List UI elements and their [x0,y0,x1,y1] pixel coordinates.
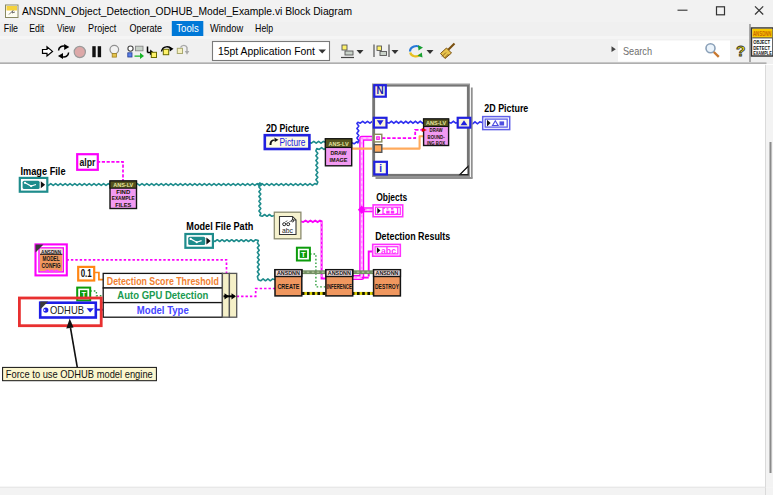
svg-text:MODEL: MODEL [43,255,60,262]
svg-text:0.1: 0.1 [81,268,92,279]
svg-text:DESTROY: DESTROY [375,282,399,291]
svg-text:Model Type: Model Type [137,304,189,316]
svg-text:N: N [376,85,383,96]
svg-text:Model File Path: Model File Path [186,220,253,232]
svg-text:IMAGE: IMAGE [330,156,348,163]
svg-text:ANS-LV: ANS-LV [329,141,349,147]
svg-text:ANS-LV: ANS-LV [113,182,133,188]
svg-text:15pt Application Font: 15pt Application Font [218,45,315,57]
svg-text:Force to use ODHUB model engin: Force to use ODHUB model engine [6,368,153,380]
svg-text:DRAW: DRAW [430,127,444,133]
svg-text:Help: Help [255,22,273,34]
svg-text:Picture: Picture [280,136,306,148]
svg-text:ANSDNN: ANSDNN [328,270,351,276]
svg-text:ANS-LV: ANS-LV [426,120,446,126]
svg-text:BOUND-: BOUND- [428,134,445,140]
svg-text:INFERENCE: INFERENCE [327,282,352,291]
svg-text:Detection Score Threshold: Detection Score Threshold [107,275,219,287]
svg-text:ANSDNN: ANSDNN [376,270,399,276]
svg-text:2D Picture: 2D Picture [484,102,528,114]
svg-text:Project: Project [88,22,116,34]
svg-text:Search: Search [623,45,652,57]
svg-text:ING BOX: ING BOX [427,140,445,146]
svg-text:Objects: Objects [376,191,407,203]
svg-text:EXAMPLE: EXAMPLE [753,49,772,56]
svg-text:View: View [57,22,75,34]
svg-text:Auto GPU Detection: Auto GPU Detection [117,289,208,301]
svg-text:CREATE: CREATE [277,282,299,291]
svg-text:T: T [301,250,306,259]
svg-text:File: File [4,22,18,34]
svg-text:2D Picture: 2D Picture [266,122,309,134]
svg-text:CONFIG: CONFIG [42,262,61,269]
svg-text:Image File: Image File [21,165,66,177]
svg-text:Detection Results: Detection Results [375,230,450,242]
svg-text:Operate: Operate [129,22,162,34]
svg-text:FILES: FILES [115,201,131,208]
svg-text:i: i [379,163,382,174]
svg-text:ANSDNN: ANSDNN [753,30,772,37]
svg-text:abc: abc [381,246,396,256]
svg-text:ANSDNN_Object_Detection_ODHUB_: ANSDNN_Object_Detection_ODHUB_Model_Exam… [22,5,352,17]
svg-text:ANSDNN: ANSDNN [41,249,61,255]
svg-text:DRAW: DRAW [331,149,347,156]
svg-text:abc: abc [282,227,293,234]
svg-text:ODHUB: ODHUB [50,304,84,316]
svg-text:alpr: alpr [80,156,96,168]
svg-text:Window: Window [210,22,243,34]
svg-text:ANSDNN: ANSDNN [277,270,300,276]
svg-text:Tools: Tools [176,22,199,34]
svg-text:?: ? [736,42,745,59]
svg-text:Edit: Edit [29,22,44,34]
